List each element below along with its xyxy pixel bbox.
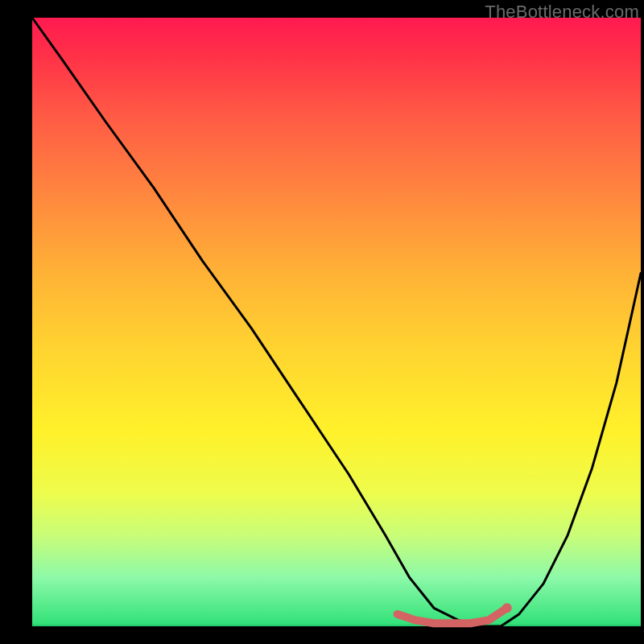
curve-layer bbox=[32, 18, 641, 626]
gradient-plot-area bbox=[32, 18, 641, 626]
optimal-plateau bbox=[398, 608, 507, 623]
bottleneck-curve bbox=[32, 18, 641, 626]
plateau-end-dot bbox=[502, 603, 512, 613]
watermark-text: TheBottleneck.com bbox=[485, 2, 639, 23]
